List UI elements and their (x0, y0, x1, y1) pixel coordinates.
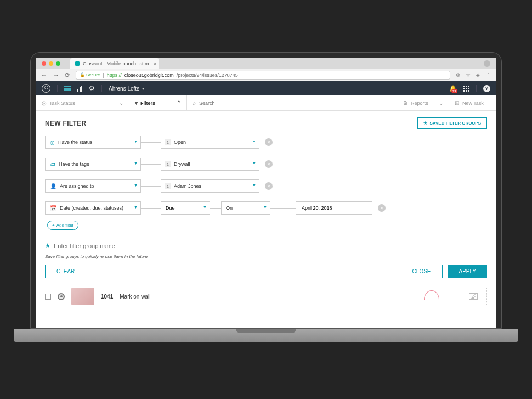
analytics-icon[interactable] (77, 85, 82, 92)
chevron-down-icon: ▾ (142, 86, 144, 91)
search-section: ⌕ (187, 95, 397, 110)
filter-type-dropdown[interactable]: 🏷 Have the tags ▼ (45, 158, 141, 171)
extension-icon[interactable]: ◈ (476, 72, 480, 78)
tab-close-icon[interactable]: × (154, 61, 157, 67)
chevron-down-icon: ▼ (252, 139, 256, 143)
tab-title: Closeout - Mobile punch list m (83, 61, 149, 66)
window-controls[interactable] (36, 61, 60, 66)
search-input[interactable] (199, 100, 391, 106)
toolbar: ◎ Task Status ⌄ ▾ Filters ⌃ ⌕ (36, 95, 496, 111)
chevron-down-icon: ▼ (134, 161, 138, 165)
task-image-preview[interactable] (418, 288, 445, 305)
filter-value-dropdown[interactable]: 1 Drywall ▼ (161, 158, 259, 171)
status-icon[interactable] (58, 293, 65, 300)
star-icon: ★ (45, 242, 50, 249)
plus-icon: ⊞ (455, 100, 459, 106)
profile-icon[interactable] (484, 60, 490, 67)
calendar-icon: 📅 (50, 205, 56, 211)
browser-tab[interactable]: Closeout - Mobile punch list m × (70, 58, 159, 69)
apps-grid-icon[interactable] (463, 86, 469, 92)
menu-icon[interactable]: ⋮ (486, 72, 491, 78)
reload-icon[interactable]: ⟳ (65, 71, 70, 79)
count-badge: 1 (165, 161, 171, 167)
image-icon (469, 293, 478, 300)
plus-icon: + (52, 223, 55, 228)
hint-text: Save filter groups to quickly re-use the… (45, 254, 487, 259)
panel-title: NEW FILTER (45, 120, 86, 127)
date-value-input[interactable]: April 20, 2018 (296, 201, 372, 215)
add-filter-button[interactable]: + Add filter (47, 221, 78, 230)
close-button[interactable]: CLOSE (401, 265, 443, 278)
new-task-button[interactable]: ⊞ New Task (449, 95, 496, 110)
filter-row-tags: 🏷 Have the tags ▼ 1 Drywall ▼ ✕ (45, 158, 487, 171)
chevron-up-icon: ⌃ (177, 100, 181, 106)
minimize-window-icon[interactable] (49, 61, 53, 66)
chevron-down-icon: ▼ (134, 139, 138, 143)
task-row[interactable]: 1041 Mark on wall (36, 283, 496, 310)
filter-type-dropdown[interactable]: 📅 Date (created, due, statuses) ▼ (45, 201, 141, 215)
favicon-icon (75, 61, 80, 66)
remove-filter-button[interactable]: ✕ (265, 138, 273, 146)
task-image-placeholder[interactable] (460, 288, 487, 305)
notification-badge: 33 (451, 89, 457, 93)
chevron-down-icon: ▼ (203, 205, 207, 209)
url-path: /projects/94/issues/1278745 (177, 72, 238, 78)
url-protocol: https:// (107, 72, 122, 78)
filter-type-dropdown[interactable]: ◎ Have the status ▼ (45, 136, 141, 149)
count-badge: 1 (165, 183, 171, 189)
chevron-down-icon: ▼ (252, 161, 256, 165)
filter-value-dropdown[interactable]: 1 Open ▼ (161, 136, 259, 149)
date-field-dropdown[interactable]: Due ▼ (161, 201, 210, 215)
filter-panel: NEW FILTER ★ SAVED FILTER GROUPS ◎ Have … (36, 111, 496, 283)
filter-row-assigned: 👤 Are assigned to ▼ 1 Adam Jones ▼ ✕ (45, 179, 487, 193)
checkbox[interactable] (45, 294, 51, 300)
url-domain: closeout.gobridgit.com (124, 72, 174, 78)
saved-filter-groups-button[interactable]: ★ SAVED FILTER GROUPS (417, 117, 488, 129)
date-operator-dropdown[interactable]: On ▼ (221, 201, 270, 215)
back-icon[interactable]: ← (41, 71, 47, 79)
remove-filter-button[interactable]: ✕ (378, 204, 386, 212)
person-icon: 👤 (50, 183, 56, 189)
filter-group-name-input[interactable] (54, 243, 174, 249)
reports-dropdown[interactable]: 🗎 Reports ⌄ (397, 95, 449, 110)
filter-row-date: 📅 Date (created, due, statuses) ▼ Due ▼ … (45, 201, 487, 215)
settings-icon[interactable]: ⚙ (89, 85, 95, 92)
help-icon[interactable]: ? (483, 85, 490, 92)
menu-icon[interactable] (64, 86, 71, 91)
remove-filter-button[interactable]: ✕ (265, 182, 273, 190)
remove-filter-button[interactable]: ✕ (265, 160, 273, 168)
chevron-down-icon: ⌄ (119, 100, 123, 106)
laptop-base (14, 329, 518, 342)
account-icon[interactable] (42, 84, 50, 93)
target-icon: ◎ (42, 100, 47, 106)
clear-button[interactable]: CLEAR (45, 265, 86, 278)
maximize-window-icon[interactable] (56, 61, 60, 66)
chevron-down-icon: ⌄ (439, 100, 443, 106)
filter-value-dropdown[interactable]: 1 Adam Jones ▼ (161, 179, 259, 193)
close-window-icon[interactable] (42, 61, 46, 66)
forward-icon[interactable]: → (53, 71, 59, 79)
chevron-down-icon: ▼ (134, 183, 138, 187)
browser-tabbar: Closeout - Mobile punch list m × (36, 58, 496, 69)
document-icon: 🗎 (403, 100, 408, 106)
chevron-down-icon: ▼ (252, 183, 256, 187)
filters-panel-toggle[interactable]: ▾ Filters ⌃ (129, 95, 187, 110)
tag-icon: 🏷 (50, 161, 55, 167)
star-icon[interactable]: ☆ (466, 72, 471, 78)
browser-chrome: Closeout - Mobile punch list m × ← → ⟳ 🔒… (36, 58, 496, 81)
task-thumbnail[interactable] (71, 288, 94, 305)
filter-type-dropdown[interactable]: 👤 Are assigned to ▼ (45, 179, 141, 193)
address-bar: ← → ⟳ 🔒 Secure | https://closeout.gobrid… (36, 69, 496, 81)
secure-lock-icon: 🔒 Secure (80, 72, 100, 77)
zoom-icon[interactable]: ⊕ (456, 72, 460, 78)
project-selector[interactable]: Ahrens Lofts ▾ (109, 86, 144, 92)
chevron-down-icon: ▼ (134, 205, 138, 209)
filter-icon: ▾ (135, 100, 138, 106)
task-status-dropdown[interactable]: ◎ Task Status ⌄ (36, 95, 129, 110)
star-icon: ★ (423, 121, 427, 126)
apply-button[interactable]: APPLY (448, 265, 488, 278)
filter-group-name-row: ★ (45, 242, 182, 251)
url-input[interactable]: 🔒 Secure | https://closeout.gobridgit.co… (76, 71, 450, 80)
target-icon: ◎ (50, 139, 55, 145)
notifications-icon[interactable]: 🔔33 (449, 85, 457, 92)
